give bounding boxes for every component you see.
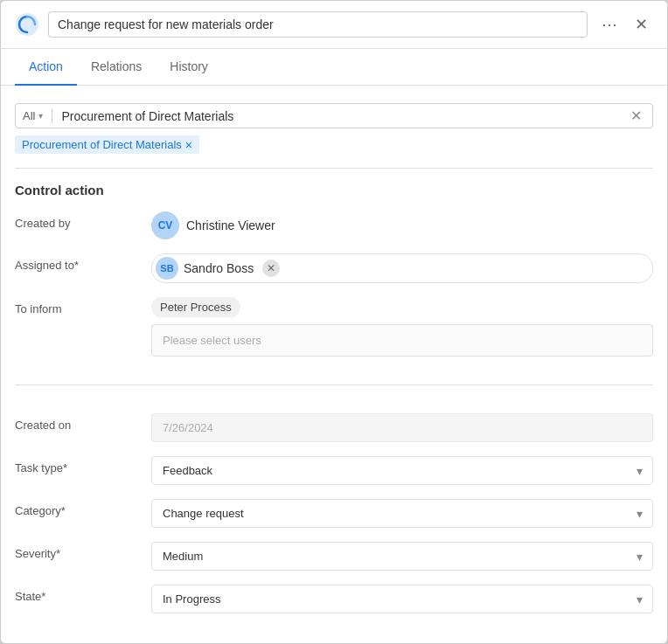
state-label: State* <box>15 585 137 603</box>
created-on-input <box>151 413 653 442</box>
more-options-button[interactable]: ⋯ <box>596 13 623 36</box>
search-clear-icon[interactable]: ✕ <box>627 107 645 124</box>
created-by-value: CV Christine Viewer <box>151 211 653 239</box>
task-type-value: Feedback Review Approval Notification <box>151 456 653 485</box>
created-on-row: Created on <box>15 413 653 442</box>
assigned-to-row: Assigned to* SB Sandro Boss ✕ <box>15 253 653 283</box>
modal-body: All ▾ ✕ Procurement of Direct Materials … <box>1 86 667 643</box>
tab-history[interactable]: History <box>156 49 222 86</box>
section-title: Control action <box>15 183 653 197</box>
to-inform-row: To inform Peter Process Please select us… <box>15 297 653 357</box>
search-row: All ▾ ✕ <box>15 103 653 128</box>
category-select[interactable]: Change request Incident Problem Service … <box>151 499 653 528</box>
created-on-value <box>151 413 653 442</box>
tab-relations[interactable]: Relations <box>77 49 156 86</box>
created-by-avatar-row: CV Christine Viewer <box>151 211 653 239</box>
severity-value: Low Medium High Critical <box>151 542 653 571</box>
state-value: New In Progress Resolved Closed <box>151 585 653 613</box>
search-prefix-label: All <box>23 109 35 122</box>
section-divider-1 <box>15 168 653 169</box>
assigned-to-label: Assigned to* <box>15 253 137 272</box>
search-divider <box>52 109 52 123</box>
severity-row: Severity* Low Medium High Critical <box>15 542 653 571</box>
select-users-input[interactable]: Please select users <box>151 324 653 357</box>
tags-row: Procurement of Direct Materials × <box>15 135 653 154</box>
tabs-bar: Action Relations History <box>1 49 667 86</box>
state-row: State* New In Progress Resolved Closed <box>15 585 653 613</box>
app-logo-icon <box>15 12 39 37</box>
assigned-to-name: Sandro Boss <box>184 261 254 275</box>
close-button[interactable]: ✕ <box>630 13 653 36</box>
task-type-row: Task type* Feedback Review Approval Noti… <box>15 456 653 485</box>
to-inform-persons-row: Peter Process <box>151 297 653 317</box>
assigned-to-avatar: SB <box>156 257 178 280</box>
chevron-down-icon: ▾ <box>38 111 43 121</box>
assigned-to-value: SB Sandro Boss ✕ <box>151 253 653 283</box>
task-type-select[interactable]: Feedback Review Approval Notification <box>151 456 653 485</box>
section-divider-2 <box>15 384 653 385</box>
modal-container: ⋯ ✕ Action Relations History All ▾ ✕ Pro… <box>0 0 668 644</box>
search-section: All ▾ ✕ Procurement of Direct Materials … <box>15 103 653 154</box>
assigned-to-remove-button[interactable]: ✕ <box>262 260 280 277</box>
search-tag: Procurement of Direct Materials × <box>15 135 199 154</box>
severity-label: Severity* <box>15 542 137 560</box>
tab-action[interactable]: Action <box>15 49 77 86</box>
category-row: Category* Change request Incident Proble… <box>15 499 653 528</box>
created-by-avatar: CV <box>151 211 179 239</box>
category-value: Change request Incident Problem Service … <box>151 499 653 528</box>
tag-remove-icon[interactable]: × <box>185 139 192 151</box>
created-on-label: Created on <box>15 413 137 432</box>
modal-header: ⋯ ✕ <box>1 1 667 49</box>
modal-title-input[interactable] <box>48 11 588 38</box>
form-grid: Created by CV Christine Viewer Assigned … <box>15 211 653 613</box>
severity-select[interactable]: Low Medium High Critical <box>151 542 653 571</box>
created-by-row: Created by CV Christine Viewer <box>15 211 653 239</box>
to-inform-label: To inform <box>15 297 137 315</box>
assigned-chip: SB Sandro Boss ✕ <box>151 253 653 283</box>
category-label: Category* <box>15 499 137 517</box>
task-type-label: Task type* <box>15 456 137 474</box>
search-prefix-dropdown[interactable]: All ▾ <box>23 109 43 122</box>
created-by-name: Christine Viewer <box>186 218 275 232</box>
created-by-label: Created by <box>15 211 137 230</box>
to-inform-value: Peter Process Please select users <box>151 297 653 357</box>
person-tag: Peter Process <box>151 297 240 317</box>
search-input[interactable] <box>61 109 622 123</box>
header-actions: ⋯ ✕ <box>596 13 653 36</box>
state-select[interactable]: New In Progress Resolved Closed <box>151 585 653 613</box>
tag-label: Procurement of Direct Materials <box>22 138 182 151</box>
